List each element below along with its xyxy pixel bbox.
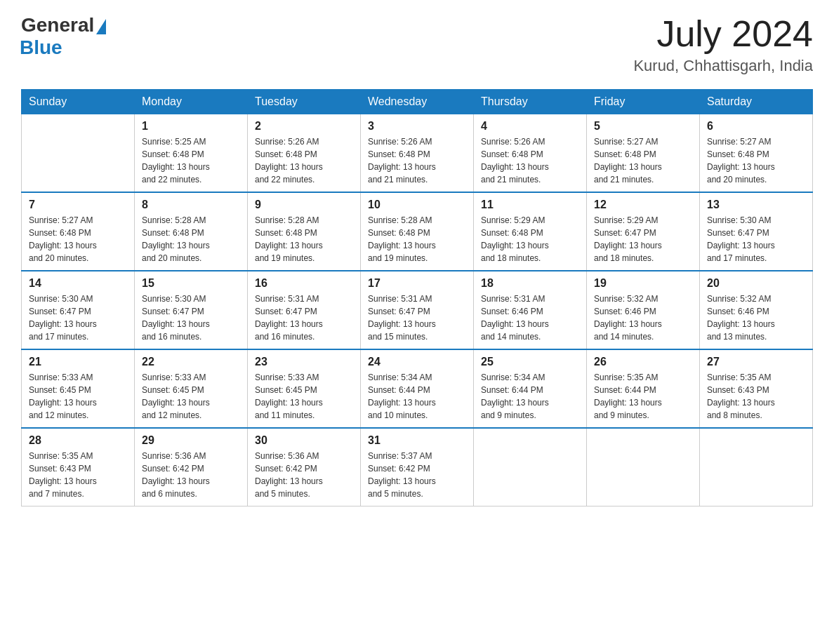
day-info: Sunrise: 5:25 AMSunset: 6:48 PMDaylight:… [142,135,240,186]
logo-blue-text: Blue [20,36,62,59]
day-number: 29 [142,434,240,447]
day-number: 1 [142,120,240,133]
day-info: Sunrise: 5:36 AMSunset: 6:42 PMDaylight:… [255,450,353,500]
day-info: Sunrise: 5:26 AMSunset: 6:48 PMDaylight:… [368,135,466,186]
day-number: 8 [142,199,240,211]
day-number: 15 [142,277,240,290]
calendar-cell: 19Sunrise: 5:32 AMSunset: 6:46 PMDayligh… [587,271,700,349]
day-info: Sunrise: 5:27 AMSunset: 6:48 PMDaylight:… [707,135,805,186]
day-number: 27 [707,356,805,368]
calendar-cell: 31Sunrise: 5:37 AMSunset: 6:42 PMDayligh… [361,428,474,507]
calendar-cell [22,114,135,193]
header-day-wednesday: Wednesday [361,90,474,114]
calendar-cell: 2Sunrise: 5:26 AMSunset: 6:48 PMDaylight… [248,114,361,193]
calendar-cell: 6Sunrise: 5:27 AMSunset: 6:48 PMDaylight… [700,114,813,193]
day-info: Sunrise: 5:35 AMSunset: 6:43 PMDaylight:… [29,450,127,500]
header-day-friday: Friday [587,90,700,114]
header-day-monday: Monday [135,90,248,114]
calendar-cell: 15Sunrise: 5:30 AMSunset: 6:47 PMDayligh… [135,271,248,349]
calendar-cell [587,428,700,507]
day-number: 18 [481,277,579,290]
calendar-cell: 20Sunrise: 5:32 AMSunset: 6:46 PMDayligh… [700,271,813,349]
calendar-cell: 8Sunrise: 5:28 AMSunset: 6:48 PMDaylight… [135,192,248,271]
day-info: Sunrise: 5:28 AMSunset: 6:48 PMDaylight:… [368,214,466,264]
day-number: 14 [29,277,127,290]
day-number: 9 [255,199,353,211]
calendar-cell: 26Sunrise: 5:35 AMSunset: 6:44 PMDayligh… [587,349,700,428]
calendar-cell: 11Sunrise: 5:29 AMSunset: 6:48 PMDayligh… [474,192,587,271]
calendar-cell: 9Sunrise: 5:28 AMSunset: 6:48 PMDaylight… [248,192,361,271]
day-info: Sunrise: 5:28 AMSunset: 6:48 PMDaylight:… [255,214,353,264]
calendar-cell [700,428,813,507]
calendar-week-row: 28Sunrise: 5:35 AMSunset: 6:43 PMDayligh… [22,428,813,507]
day-number: 20 [707,277,805,290]
location-subtitle: Kurud, Chhattisgarh, India [633,57,813,75]
day-info: Sunrise: 5:26 AMSunset: 6:48 PMDaylight:… [255,135,353,186]
calendar-cell: 12Sunrise: 5:29 AMSunset: 6:47 PMDayligh… [587,192,700,271]
day-info: Sunrise: 5:31 AMSunset: 6:47 PMDaylight:… [368,293,466,343]
day-info: Sunrise: 5:31 AMSunset: 6:46 PMDaylight:… [481,293,579,343]
calendar-header-row: SundayMondayTuesdayWednesdayThursdayFrid… [22,90,813,114]
day-number: 30 [255,434,353,447]
calendar-cell: 18Sunrise: 5:31 AMSunset: 6:46 PMDayligh… [474,271,587,349]
calendar-cell: 1Sunrise: 5:25 AMSunset: 6:48 PMDaylight… [135,114,248,193]
day-number: 7 [29,199,127,211]
calendar-cell: 5Sunrise: 5:27 AMSunset: 6:48 PMDaylight… [587,114,700,193]
logo-triangle-icon [96,19,106,34]
day-info: Sunrise: 5:36 AMSunset: 6:42 PMDaylight:… [142,450,240,500]
day-info: Sunrise: 5:35 AMSunset: 6:43 PMDaylight:… [707,371,805,422]
day-number: 6 [707,120,805,133]
calendar-week-row: 7Sunrise: 5:27 AMSunset: 6:48 PMDaylight… [22,192,813,271]
day-info: Sunrise: 5:27 AMSunset: 6:48 PMDaylight:… [594,135,692,186]
header-day-sunday: Sunday [22,90,135,114]
title-section: July 2024 Kurud, Chhattisgarh, India [633,14,813,75]
calendar-cell: 22Sunrise: 5:33 AMSunset: 6:45 PMDayligh… [135,349,248,428]
day-info: Sunrise: 5:30 AMSunset: 6:47 PMDaylight:… [29,293,127,343]
page-header: General Blue July 2024 Kurud, Chhattisga… [21,14,813,75]
day-number: 24 [368,356,466,368]
logo-general-text: General [21,14,94,36]
calendar-week-row: 14Sunrise: 5:30 AMSunset: 6:47 PMDayligh… [22,271,813,349]
calendar-cell: 24Sunrise: 5:34 AMSunset: 6:44 PMDayligh… [361,349,474,428]
day-info: Sunrise: 5:26 AMSunset: 6:48 PMDaylight:… [481,135,579,186]
calendar-cell: 21Sunrise: 5:33 AMSunset: 6:45 PMDayligh… [22,349,135,428]
day-number: 28 [29,434,127,447]
calendar-table: SundayMondayTuesdayWednesdayThursdayFrid… [21,89,813,507]
calendar-cell: 29Sunrise: 5:36 AMSunset: 6:42 PMDayligh… [135,428,248,507]
day-info: Sunrise: 5:34 AMSunset: 6:44 PMDaylight:… [481,371,579,422]
day-number: 26 [594,356,692,368]
calendar-week-row: 1Sunrise: 5:25 AMSunset: 6:48 PMDaylight… [22,114,813,193]
day-info: Sunrise: 5:35 AMSunset: 6:44 PMDaylight:… [594,371,692,422]
day-number: 4 [481,120,579,133]
day-number: 17 [368,277,466,290]
calendar-cell: 4Sunrise: 5:26 AMSunset: 6:48 PMDaylight… [474,114,587,193]
calendar-cell: 23Sunrise: 5:33 AMSunset: 6:45 PMDayligh… [248,349,361,428]
day-info: Sunrise: 5:32 AMSunset: 6:46 PMDaylight:… [707,293,805,343]
calendar-cell: 10Sunrise: 5:28 AMSunset: 6:48 PMDayligh… [361,192,474,271]
day-info: Sunrise: 5:37 AMSunset: 6:42 PMDaylight:… [368,450,466,500]
day-number: 12 [594,199,692,211]
day-info: Sunrise: 5:29 AMSunset: 6:47 PMDaylight:… [594,214,692,264]
logo: General Blue [21,14,106,59]
calendar-cell: 25Sunrise: 5:34 AMSunset: 6:44 PMDayligh… [474,349,587,428]
day-info: Sunrise: 5:30 AMSunset: 6:47 PMDaylight:… [142,293,240,343]
day-number: 21 [29,356,127,368]
calendar-cell: 17Sunrise: 5:31 AMSunset: 6:47 PMDayligh… [361,271,474,349]
month-year-title: July 2024 [633,14,813,54]
calendar-cell: 28Sunrise: 5:35 AMSunset: 6:43 PMDayligh… [22,428,135,507]
day-info: Sunrise: 5:33 AMSunset: 6:45 PMDaylight:… [142,371,240,422]
day-info: Sunrise: 5:34 AMSunset: 6:44 PMDaylight:… [368,371,466,422]
day-number: 25 [481,356,579,368]
day-number: 5 [594,120,692,133]
header-day-tuesday: Tuesday [248,90,361,114]
day-info: Sunrise: 5:29 AMSunset: 6:48 PMDaylight:… [481,214,579,264]
header-day-thursday: Thursday [474,90,587,114]
day-number: 13 [707,199,805,211]
calendar-cell: 27Sunrise: 5:35 AMSunset: 6:43 PMDayligh… [700,349,813,428]
day-number: 16 [255,277,353,290]
day-info: Sunrise: 5:33 AMSunset: 6:45 PMDaylight:… [255,371,353,422]
calendar-cell [474,428,587,507]
day-info: Sunrise: 5:27 AMSunset: 6:48 PMDaylight:… [29,214,127,264]
calendar-cell: 13Sunrise: 5:30 AMSunset: 6:47 PMDayligh… [700,192,813,271]
day-info: Sunrise: 5:32 AMSunset: 6:46 PMDaylight:… [594,293,692,343]
